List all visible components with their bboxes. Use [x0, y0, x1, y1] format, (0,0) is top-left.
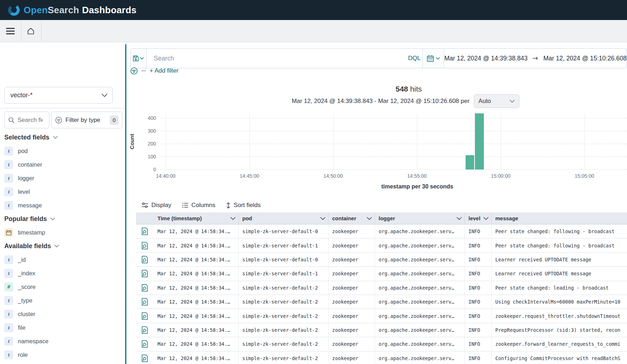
field-item-_id[interactable]: t_id: [0, 253, 126, 266]
datepicker-button[interactable]: [422, 49, 444, 68]
sort-fields-button[interactable]: Sort fields: [226, 202, 261, 209]
field-item-_score[interactable]: #_score: [0, 280, 126, 294]
histogram-plot[interactable]: [160, 114, 627, 169]
cell-message[interactable]: zookeeper.request_throttler.shutdownTime…: [492, 309, 627, 323]
field-item-pod[interactable]: tpod: [0, 144, 126, 158]
cell-container[interactable]: zookeeper: [329, 225, 375, 238]
interval-select[interactable]: Auto: [474, 94, 519, 108]
expand-row-button[interactable]: [140, 269, 150, 279]
field-item-logger[interactable]: tlogger: [0, 171, 126, 185]
cell-level[interactable]: INFO: [465, 309, 492, 323]
cell-logger[interactable]: org.apache.zookeeper.serv…: [375, 225, 465, 238]
cell-container[interactable]: zookeeper: [329, 281, 375, 295]
add-filter-button[interactable]: + Add filter: [150, 67, 179, 74]
date-from[interactable]: Mar 12, 2024 @ 14:39:38.843: [444, 55, 528, 62]
cell-time[interactable]: Mar 12, 2024 @ 14:58:34.…: [154, 351, 239, 364]
cell-pod[interactable]: simple-zk-server-default-2: [239, 323, 329, 337]
cell-pod[interactable]: simple-zk-server-default-1: [239, 267, 329, 280]
cell-pod[interactable]: simple-zk-server-default-2: [239, 295, 329, 309]
expand-row-button[interactable]: [140, 241, 150, 251]
histogram-bar[interactable]: [466, 155, 474, 169]
table-header-level[interactable]: level: [465, 212, 492, 224]
cell-time[interactable]: Mar 12, 2024 @ 14:58:34.…: [154, 225, 239, 238]
cell-message[interactable]: Configuring CommitProcessor with readBat…: [492, 351, 627, 364]
cell-level[interactable]: INFO: [465, 337, 492, 351]
cell-message[interactable]: PrepRequestProcessor (sid:3) started, re…: [492, 323, 627, 337]
cell-message[interactable]: zookeeper.forward_learner_requests_to_co…: [492, 337, 627, 351]
filter-icon[interactable]: [130, 67, 138, 75]
cell-container[interactable]: zookeeper: [329, 323, 375, 337]
cell-time[interactable]: Mar 12, 2024 @ 14:58:34.…: [154, 267, 239, 280]
table-header-pod[interactable]: pod: [239, 212, 329, 224]
filter-by-type-button[interactable]: Filter by type 0: [51, 112, 122, 128]
table-header-container[interactable]: container: [329, 212, 375, 224]
cell-container[interactable]: zookeeper: [329, 337, 375, 351]
cell-pod[interactable]: simple-zk-server-default-0: [239, 253, 329, 266]
menu-icon[interactable]: [5, 26, 16, 36]
cell-logger[interactable]: org.apache.zookeeper.serv…: [375, 309, 465, 323]
cell-time[interactable]: Mar 12, 2024 @ 14:58:34.…: [154, 309, 239, 323]
section-available-fields[interactable]: Available fields: [0, 239, 126, 253]
cell-time[interactable]: Mar 12, 2024 @ 14:58:34.…: [154, 281, 239, 295]
search-input[interactable]: [154, 55, 407, 62]
cell-logger[interactable]: org.apache.zookeeper.serv…: [375, 267, 465, 280]
date-to[interactable]: Mar 12, 2024 @ 15:10:26.608: [543, 55, 627, 62]
cell-container[interactable]: zookeeper: [329, 253, 375, 266]
field-item-_index[interactable]: t_index: [0, 266, 126, 280]
cell-level[interactable]: INFO: [465, 253, 492, 266]
cell-message[interactable]: Learner received UPTODATE message: [492, 267, 627, 280]
cell-level[interactable]: INFO: [465, 281, 492, 295]
expand-row-button[interactable]: [140, 226, 150, 236]
field-search-input[interactable]: [18, 117, 43, 124]
field-item-_type[interactable]: t_type: [0, 294, 126, 307]
cell-pod[interactable]: simple-zk-server-default-2: [239, 337, 329, 351]
cell-level[interactable]: INFO: [465, 267, 492, 280]
cell-container[interactable]: zookeeper: [329, 267, 375, 280]
cell-logger[interactable]: org.apache.zookeeper.serv…: [375, 337, 465, 351]
cell-level[interactable]: INFO: [465, 238, 492, 252]
histogram-bar[interactable]: [475, 113, 484, 169]
cell-pod[interactable]: simple-zk-server-default-2: [239, 351, 329, 364]
field-item-timestamp[interactable]: timestamp: [0, 226, 126, 239]
cell-logger[interactable]: org.apache.zookeeper.serv…: [375, 238, 465, 252]
cell-level[interactable]: INFO: [465, 351, 492, 364]
index-pattern-select[interactable]: vector-*: [4, 87, 113, 104]
expand-row-button[interactable]: [140, 283, 150, 293]
field-item-cluster[interactable]: tcluster: [0, 307, 126, 321]
section-popular-fields[interactable]: Popular fields: [0, 212, 126, 226]
cell-level[interactable]: INFO: [465, 323, 492, 337]
cell-logger[interactable]: org.apache.zookeeper.serv…: [375, 323, 465, 337]
field-item-file[interactable]: tfile: [0, 321, 126, 334]
expand-row-button[interactable]: [140, 311, 150, 321]
table-header-logger[interactable]: logger: [375, 212, 465, 224]
field-item-role[interactable]: trole: [0, 348, 126, 361]
cell-time[interactable]: Mar 12, 2024 @ 14:58:34.…: [154, 323, 239, 337]
field-search[interactable]: [4, 112, 49, 128]
cell-message[interactable]: Learner received UPTODATE message: [492, 253, 627, 266]
cell-message[interactable]: Peer state changed: leading - broadcast: [492, 281, 627, 295]
cell-container[interactable]: zookeeper: [329, 351, 375, 364]
cell-message[interactable]: Using checkIntervalMs=60000 maxPerMinute…: [492, 295, 627, 309]
expand-row-button[interactable]: [140, 297, 150, 307]
cell-time[interactable]: Mar 12, 2024 @ 14:58:34.…: [154, 295, 239, 309]
display-button[interactable]: Display: [142, 202, 171, 209]
cell-pod[interactable]: simple-zk-server-default-2: [239, 281, 329, 295]
cell-message[interactable]: Peer state changed: following - broadcas…: [492, 225, 627, 238]
cell-logger[interactable]: org.apache.zookeeper.serv…: [375, 351, 465, 364]
expand-row-button[interactable]: [140, 339, 150, 349]
expand-row-button[interactable]: [140, 353, 150, 363]
cell-pod[interactable]: simple-zk-server-default-2: [239, 309, 329, 323]
cell-time[interactable]: Mar 12, 2024 @ 14:58:34.…: [154, 337, 239, 351]
cell-container[interactable]: zookeeper: [329, 309, 375, 323]
cell-pod[interactable]: simple-zk-server-default-0: [239, 225, 329, 238]
cell-time[interactable]: Mar 12, 2024 @ 14:58:34.…: [154, 238, 239, 252]
field-item-level[interactable]: tlevel: [0, 185, 126, 198]
expand-row-button[interactable]: [140, 255, 150, 265]
field-item-container[interactable]: tcontainer: [0, 158, 126, 171]
table-header-time--timestamp-[interactable]: Time (timestamp): [154, 212, 239, 224]
cell-level[interactable]: INFO: [465, 295, 492, 309]
home-icon[interactable]: [26, 26, 36, 36]
field-item-namespace[interactable]: tnamespace: [0, 334, 126, 348]
cell-level[interactable]: INFO: [465, 225, 492, 238]
expand-row-button[interactable]: [140, 325, 150, 335]
